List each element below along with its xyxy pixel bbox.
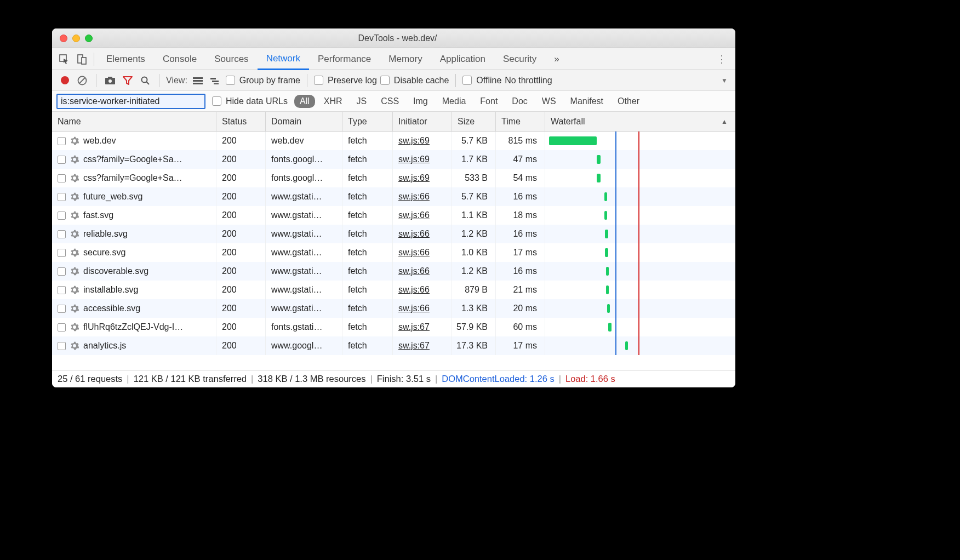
hide-data-urls-toggle[interactable]: Hide data URLs [212,96,288,106]
row-checkbox[interactable] [58,193,66,201]
filter-pill-css[interactable]: CSS [375,95,404,108]
row-checkbox[interactable] [58,267,66,276]
initiator-link[interactable]: sw.js:66 [398,210,430,220]
tab-network[interactable]: Network [258,49,309,70]
col-initiator[interactable]: Initiator [393,112,452,131]
checkbox-icon[interactable] [462,76,472,85]
filter-pill-js[interactable]: JS [351,95,373,108]
initiator-link[interactable]: sw.js:67 [398,322,430,332]
row-checkbox[interactable] [58,174,66,182]
clear-button[interactable] [75,73,89,88]
filter-pill-manifest[interactable]: Manifest [565,95,609,108]
group-by-frame-toggle[interactable]: Group by frame [226,76,300,85]
initiator-link[interactable]: sw.js:66 [398,285,430,295]
filter-pill-all[interactable]: All [294,95,315,108]
checkbox-icon[interactable] [226,76,235,85]
overview-icon[interactable] [208,73,222,88]
initiator-link[interactable]: sw.js:66 [398,192,430,202]
initiator-link[interactable]: sw.js:69 [398,155,430,164]
row-checkbox[interactable] [58,323,66,332]
load-marker [638,187,639,206]
table-row[interactable]: flUhRq6tzZclQEJ-Vdg-I…200fonts.gstati…fe… [52,318,735,336]
throttling-select[interactable]: No throttling [505,76,552,85]
col-size[interactable]: Size [452,112,496,131]
row-checkbox[interactable] [58,230,66,238]
svg-rect-15 [214,83,219,84]
filter-pill-other[interactable]: Other [612,95,645,108]
cell-initiator: sw.js:66 [393,299,452,318]
tab-console[interactable]: Console [154,48,205,70]
dcl-marker [615,299,616,318]
device-toolbar-icon[interactable] [74,52,89,67]
table-row[interactable]: web.dev200web.devfetchsw.js:695.7 KB815 … [52,132,735,150]
col-time[interactable]: Time [496,112,545,131]
offline-toggle[interactable]: Offline [462,76,501,85]
filter-pill-img[interactable]: Img [408,95,433,108]
checkbox-icon[interactable] [380,76,390,85]
table-row[interactable]: future_web.svg200www.gstati…fetchsw.js:6… [52,187,735,206]
initiator-link[interactable]: sw.js:66 [398,248,430,258]
initiator-link[interactable]: sw.js:66 [398,266,430,276]
disable-cache-toggle[interactable]: Disable cache [380,76,449,85]
chevron-down-icon[interactable]: ▼ [719,77,730,84]
col-waterfall[interactable]: Waterfall▲ [545,112,735,131]
checkbox-icon[interactable] [314,76,323,85]
row-checkbox[interactable] [58,249,66,257]
initiator-link[interactable]: sw.js:69 [398,173,430,183]
cell-size: 1.2 KB [452,225,496,243]
resource-name: css?family=Google+Sa… [83,173,182,183]
table-row[interactable]: accessible.svg200www.gstati…fetchsw.js:6… [52,299,735,318]
initiator-link[interactable]: sw.js:66 [398,304,430,313]
devtools-menu-icon[interactable]: ⋮ [711,53,732,65]
record-button[interactable] [58,73,72,88]
cell-initiator: sw.js:69 [393,169,452,187]
zoom-window-button[interactable] [85,35,93,42]
tab-security[interactable]: Security [494,48,545,70]
col-name[interactable]: Name [52,112,216,131]
table-row[interactable]: discoverable.svg200www.gstati…fetchsw.js… [52,262,735,281]
table-row[interactable]: installable.svg200www.gstati…fetchsw.js:… [52,281,735,299]
table-row[interactable]: analytics.js200www.googl…fetchsw.js:6717… [52,336,735,355]
tab-sources[interactable]: Sources [205,48,257,70]
filter-input[interactable] [56,94,205,109]
minimize-window-button[interactable] [72,35,80,42]
initiator-link[interactable]: sw.js:66 [398,229,430,239]
search-icon[interactable] [138,73,152,88]
row-checkbox[interactable] [58,156,66,164]
tab-performance[interactable]: Performance [309,48,380,70]
row-checkbox[interactable] [58,286,66,294]
table-row[interactable]: secure.svg200www.gstati…fetchsw.js:661.0… [52,243,735,262]
cell-name: discoverable.svg [52,262,216,281]
table-row[interactable]: css?family=Google+Sa…200fonts.googl…fetc… [52,169,735,187]
preserve-log-toggle[interactable]: Preserve log [314,76,377,85]
tab-application[interactable]: Application [431,48,494,70]
more-tabs-button[interactable]: » [545,48,568,70]
col-type[interactable]: Type [342,112,393,131]
row-checkbox[interactable] [58,342,66,350]
large-rows-icon[interactable] [191,73,205,88]
row-checkbox[interactable] [58,305,66,313]
filter-icon[interactable] [121,73,135,88]
tab-elements[interactable]: Elements [98,48,154,70]
screenshot-icon[interactable] [103,73,117,88]
initiator-link[interactable]: sw.js:69 [398,136,430,146]
tab-memory[interactable]: Memory [380,48,431,70]
row-checkbox[interactable] [58,137,66,145]
filter-pill-font[interactable]: Font [475,95,503,108]
cell-status: 200 [216,206,266,225]
filter-pill-ws[interactable]: WS [536,95,562,108]
filter-pill-doc[interactable]: Doc [506,95,533,108]
table-row[interactable]: reliable.svg200www.gstati…fetchsw.js:661… [52,225,735,243]
table-row[interactable]: fast.svg200www.gstati…fetchsw.js:661.1 K… [52,206,735,225]
filter-pill-xhr[interactable]: XHR [318,95,348,108]
table-row[interactable]: css?family=Google+Sa…200fonts.googl…fetc… [52,150,735,169]
initiator-link[interactable]: sw.js:67 [398,341,430,351]
svg-point-8 [142,77,147,82]
inspect-element-icon[interactable] [56,52,72,67]
col-status[interactable]: Status [216,112,266,131]
row-checkbox[interactable] [58,212,66,220]
col-domain[interactable]: Domain [266,112,342,131]
checkbox-icon[interactable] [212,96,221,106]
filter-pill-media[interactable]: Media [437,95,472,108]
close-window-button[interactable] [60,35,67,42]
